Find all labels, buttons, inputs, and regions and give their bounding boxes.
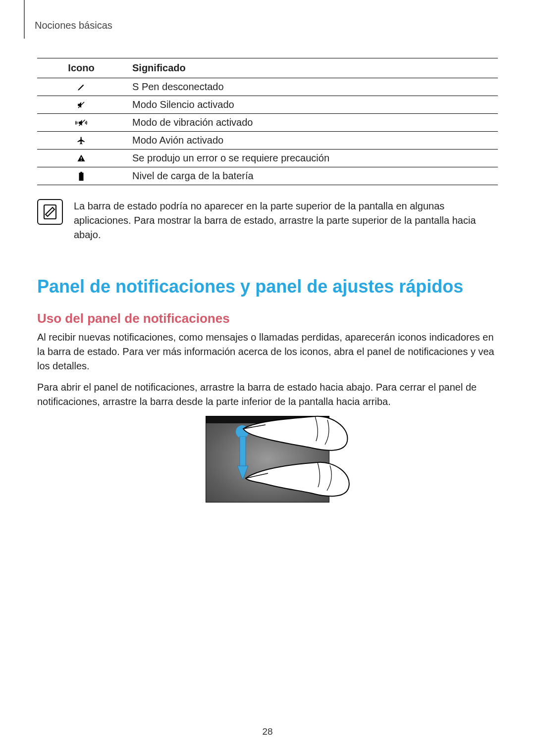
table-cell-meaning: Modo Silencio activado <box>125 96 498 114</box>
table-cell-meaning: Modo de vibración activado <box>125 114 498 132</box>
subsection-title: Uso del panel de notificaciones <box>37 311 498 326</box>
note-box: La barra de estado podría no aparecer en… <box>37 199 498 242</box>
table-header-icon: Icono <box>37 58 125 78</box>
table-row: Modo Silencio activado <box>37 96 498 114</box>
warning-icon <box>37 150 125 167</box>
svg-marker-8 <box>237 466 248 480</box>
vibrate-icon <box>37 114 125 132</box>
table-row: Nivel de carga de la batería <box>37 167 498 185</box>
swipe-down-arrow-icon <box>237 436 248 483</box>
table-header-meaning: Significado <box>125 58 498 78</box>
mute-icon <box>37 96 125 114</box>
note-icon <box>37 199 63 225</box>
device-screen: ▮10:00 <box>206 416 329 503</box>
battery-icon <box>37 167 125 185</box>
illustration-time: 10:00 <box>316 417 327 422</box>
status-icon-table: Icono Significado S Pen desconectado Mod… <box>37 58 498 185</box>
table-cell-meaning: Se produjo un error o se requiere precau… <box>125 150 498 167</box>
breadcrumb: Nociones básicas <box>35 20 498 31</box>
airplane-icon <box>37 132 125 150</box>
table-row: S Pen desconectado <box>37 78 498 96</box>
table-row: Modo de vibración activado <box>37 114 498 132</box>
svg-rect-5 <box>79 173 84 181</box>
page-tab-mark <box>24 0 25 39</box>
body-paragraph: Al recibir nuevas notificaciones, como m… <box>37 330 498 373</box>
table-row: Modo Avión activado <box>37 132 498 150</box>
svg-rect-7 <box>240 436 246 467</box>
note-text: La barra de estado podría no aparecer en… <box>74 199 498 242</box>
svg-rect-6 <box>44 205 56 219</box>
swipe-illustration: ▮10:00 <box>37 416 498 503</box>
svg-rect-4 <box>80 172 82 173</box>
table-cell-meaning: S Pen desconectado <box>125 78 498 96</box>
section-title: Panel de notificaciones y panel de ajust… <box>37 276 498 297</box>
pen-icon <box>37 78 125 96</box>
illustration-status-bar: ▮10:00 <box>206 416 329 423</box>
body-paragraph: Para abrir el panel de notificaciones, a… <box>37 380 498 409</box>
document-page: Nociones básicas Icono Significado S Pen… <box>0 0 535 756</box>
table-cell-meaning: Modo Avión activado <box>125 132 498 150</box>
battery-mini-icon: ▮ <box>313 416 315 423</box>
hands-icon <box>201 409 360 508</box>
table-row: Se produjo un error o se requiere precau… <box>37 150 498 167</box>
svg-rect-3 <box>81 160 82 161</box>
svg-rect-2 <box>81 157 82 159</box>
table-cell-meaning: Nivel de carga de la batería <box>125 167 498 185</box>
page-number: 28 <box>0 726 535 737</box>
